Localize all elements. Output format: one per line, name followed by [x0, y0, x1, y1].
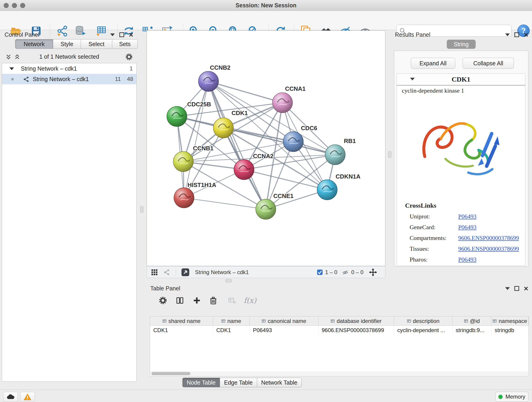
show-columns-icon[interactable]: [176, 296, 184, 305]
column-header-shared-name[interactable]: shared name: [150, 317, 213, 326]
protein-structure-image: [411, 99, 512, 196]
tab-network[interactable]: Network: [15, 39, 53, 49]
tree-row-network[interactable]: String Network – cdk1 11 48: [2, 74, 136, 84]
table-row[interactable]: CDK1 CDK1 P06493 9606.ENSP00000378699 cy…: [150, 326, 529, 335]
memory-button[interactable]: Memory: [495, 392, 528, 402]
column-label: @id: [470, 318, 480, 324]
float-panel-button[interactable]: [505, 287, 510, 290]
node-label: HIST1H1A: [187, 182, 216, 188]
table-panel-tabs: Node Table Edge Table Network Table: [182, 378, 302, 387]
table-header-row: shared name name canonical name database…: [150, 317, 529, 326]
close-panel-button[interactable]: [524, 286, 528, 291]
network-graph: CCNB2CCNA1CDC25BCDK1CDC6RB1CCNB1CCNA2CDK…: [147, 31, 385, 266]
network-node-ccnb2[interactable]: [198, 71, 219, 91]
tab-select[interactable]: Select: [81, 39, 112, 49]
network-view-icon[interactable]: [163, 269, 170, 275]
gear-icon[interactable]: [125, 53, 133, 61]
tab-node-table[interactable]: Node Table: [182, 378, 220, 387]
column-header-id[interactable]: @id: [452, 317, 491, 326]
maximize-panel-button[interactable]: [514, 286, 519, 291]
crosslinks-heading: CrossLinks: [405, 202, 436, 209]
main-toolbar: ?: [0, 11, 532, 30]
table-settings-gear-icon[interactable]: [158, 296, 167, 305]
disclosure-triangle-icon[interactable]: [9, 67, 14, 70]
tab-sets[interactable]: Sets: [112, 39, 138, 49]
splitter-handle[interactable]: [225, 279, 232, 282]
float-panel-button[interactable]: [110, 33, 115, 36]
network-edge[interactable]: [209, 81, 335, 155]
function-builder-fx[interactable]: f(x): [244, 296, 256, 305]
grid-view-icon[interactable]: [151, 269, 158, 276]
column-icon: [262, 319, 266, 323]
cloud-button[interactable]: [3, 392, 18, 402]
column-icon: [493, 319, 497, 323]
column-header-name[interactable]: name: [213, 317, 250, 326]
crosslink-link[interactable]: 9606.ENSP00000378699: [458, 243, 519, 254]
column-header-description[interactable]: description: [394, 317, 452, 326]
node-label: CDC6: [301, 125, 317, 132]
network-node-cdkn1a[interactable]: [317, 180, 337, 200]
network-node-cdc25b[interactable]: [167, 106, 187, 127]
window-title: Session: New Session: [0, 2, 532, 9]
splitter-handle[interactable]: [140, 206, 143, 213]
bullet-icon: [11, 78, 14, 80]
crosslink-label: GeneCard:: [410, 222, 436, 233]
column-header-namespace[interactable]: namespace: [491, 317, 529, 326]
crosslink-label: Pharos:: [410, 254, 428, 265]
open-in-new-icon[interactable]: [181, 268, 190, 276]
close-panel-button[interactable]: [524, 32, 528, 37]
network-edge[interactable]: [184, 198, 266, 209]
node-label: CCNA2: [253, 153, 273, 160]
network-edge[interactable]: [209, 81, 266, 209]
memory-status-icon: [498, 395, 503, 399]
column-header-canonical-name[interactable]: canonical name: [250, 317, 318, 326]
network-node-rb1[interactable]: [325, 145, 345, 165]
splitter-handle[interactable]: [388, 151, 391, 158]
network-canvas[interactable]: CCNB2CCNA1CDC25BCDK1CDC6RB1CCNB1CCNA2CDK…: [147, 31, 385, 266]
close-panel-button[interactable]: [129, 32, 133, 37]
tree-row-collection[interactable]: String Network – cdk1 1: [2, 63, 136, 74]
tab-network-table[interactable]: Network Table: [257, 378, 302, 387]
tab-edge-table[interactable]: Edge Table: [220, 378, 257, 387]
crosslink-row: Uniprot: P06493: [397, 211, 525, 222]
gene-name: CDK1: [397, 75, 525, 83]
network-node-ccne1[interactable]: [256, 199, 276, 219]
scrollbar-thumb[interactable]: [152, 372, 190, 375]
tab-string[interactable]: String: [447, 40, 476, 49]
network-edge[interactable]: [209, 81, 283, 103]
column-icon: [331, 319, 335, 323]
network-node-ccna1[interactable]: [272, 93, 293, 113]
network-node-cdc6[interactable]: [283, 132, 303, 152]
network-node-hist1h1a[interactable]: [174, 188, 194, 208]
crosslink-label: Compartments:: [410, 233, 446, 243]
cell-namespace: stringdb: [491, 326, 529, 335]
network-node-ccna2[interactable]: [234, 160, 254, 180]
crosslink-link[interactable]: P06493: [458, 211, 476, 222]
selected-checkbox-icon[interactable]: [317, 269, 323, 275]
crosslink-label: Uniprot:: [410, 211, 430, 222]
add-column-plus-icon[interactable]: [192, 296, 201, 305]
column-label: shared name: [168, 318, 201, 324]
delete-trash-icon[interactable]: [209, 296, 218, 305]
fit-content-crosshair-icon[interactable]: [369, 268, 377, 277]
warnings-button[interactable]: [20, 392, 35, 402]
float-panel-button[interactable]: [505, 33, 510, 36]
maximize-panel-button[interactable]: [514, 32, 519, 37]
maximize-panel-button[interactable]: [119, 32, 124, 37]
network-node-ccnb1[interactable]: [173, 152, 193, 172]
network-edge[interactable]: [184, 81, 209, 198]
tab-style[interactable]: Style: [53, 39, 81, 49]
hidden-eye-slash-icon[interactable]: [342, 269, 348, 276]
crosslink-link[interactable]: P06493: [458, 254, 476, 265]
cell-shared-name: CDK1: [150, 326, 213, 335]
column-header-database-identifier[interactable]: database identifier: [318, 317, 394, 326]
crosslink-link[interactable]: 9606.ENSP00000378699: [458, 233, 519, 243]
gene-section-header[interactable]: CDK1: [397, 74, 525, 85]
cell-canonical-name: P06493: [250, 326, 318, 335]
crosslink-link[interactable]: P06493: [458, 222, 476, 233]
horizontal-scrollbar: [150, 371, 528, 376]
expand-all-button[interactable]: Expand All: [411, 58, 455, 69]
network-node-cdk1[interactable]: [213, 118, 234, 138]
cell-database-identifier: 9606.ENSP00000378699: [318, 326, 394, 335]
collapse-all-button[interactable]: Collapse All: [462, 58, 514, 69]
